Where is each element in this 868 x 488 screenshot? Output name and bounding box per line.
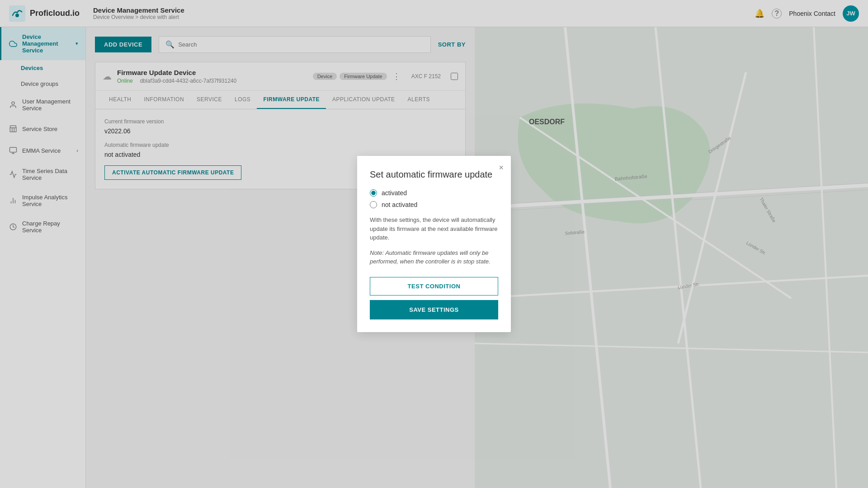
radio-activated-input[interactable]: [370, 189, 377, 197]
modal-description: With these settings, the device will aut…: [370, 216, 498, 242]
modal-actions: TEST CONDITION SAVE SETTINGS: [370, 277, 498, 319]
save-settings-button[interactable]: SAVE SETTINGS: [370, 300, 498, 319]
radio-not-activated-label: not activated: [382, 201, 417, 208]
modal-title: Set automatic firmware update: [370, 169, 498, 180]
modal-close-button[interactable]: ×: [499, 163, 504, 173]
modal-note: Note: Automatic firmware updates will on…: [370, 249, 498, 266]
radio-activated[interactable]: activated: [370, 189, 498, 197]
radio-not-activated[interactable]: not activated: [370, 201, 498, 208]
radio-not-activated-input[interactable]: [370, 201, 377, 208]
radio-group: activated not activated: [370, 189, 498, 208]
test-condition-button[interactable]: TEST CONDITION: [370, 277, 498, 296]
modal-set-firmware: × Set automatic firmware update activate…: [357, 156, 511, 332]
radio-activated-label: activated: [382, 189, 407, 197]
modal-overlay: × Set automatic firmware update activate…: [0, 0, 868, 488]
